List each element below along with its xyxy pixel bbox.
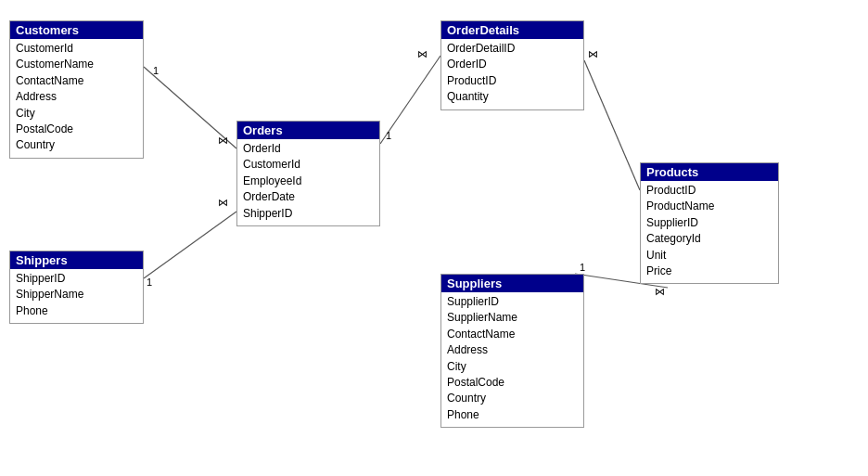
suppliers-table: Suppliers SupplierID SupplierName Contac… [440,274,584,428]
customers-table: Customers CustomerId CustomerName Contac… [9,20,144,159]
svg-text:⋈: ⋈ [417,48,428,59]
field-customerid: CustomerId [16,41,137,57]
field-shipperid: ShipperID [243,206,374,222]
field-orderid: OrderId [243,141,374,157]
orders-header: Orders [237,122,379,139]
svg-line-0 [144,67,236,148]
field-productid: ProductID [646,183,772,199]
field-shipperid: ShipperID [16,271,137,287]
field-country-s: Country [447,391,578,406]
field-address: Address [16,89,137,105]
orderdetails-table: OrderDetails OrderDetailID OrderID Produ… [440,20,584,110]
field-contactname: ContactName [16,73,137,89]
customers-header: Customers [10,21,143,39]
svg-text:⋈: ⋈ [218,135,228,146]
shippers-table: Shippers ShipperID ShipperName Phone [9,251,144,324]
customers-body: CustomerId CustomerName ContactName Addr… [10,39,143,158]
svg-text:⋈: ⋈ [218,197,228,208]
field-productname: ProductName [646,199,772,214]
svg-text:1: 1 [386,130,391,141]
field-address-s: Address [447,342,578,358]
svg-line-6 [380,56,440,144]
field-unit: Unit [646,248,772,264]
field-orderdetailid: OrderDetailID [447,41,578,57]
orderdetails-header: OrderDetails [441,21,583,39]
svg-text:1: 1 [147,277,152,288]
products-table: Products ProductID ProductName SupplierI… [640,162,779,284]
svg-text:1: 1 [580,262,585,273]
diagram-canvas: 1 ⋈ ⋈ 1 1 ⋈ ⋈ 1 ⋈ 1 Customers CustomerId… [0,0,868,476]
field-supplierid: SupplierID [447,294,578,310]
field-orderid-fk: OrderID [447,57,578,72]
svg-text:1: 1 [153,65,159,76]
field-postalcode: PostalCode [16,122,137,137]
orders-body: OrderId CustomerId EmployeeId OrderDate … [237,139,379,225]
field-employeeid: EmployeeId [243,174,374,189]
shippers-body: ShipperID ShipperName Phone [10,269,143,323]
orders-table: Orders OrderId CustomerId EmployeeId Ord… [236,121,380,226]
products-body: ProductID ProductName SupplierID Categor… [641,181,778,283]
field-customername: CustomerName [16,57,137,72]
svg-text:⋈: ⋈ [588,48,598,59]
field-orderdate: OrderDate [243,189,374,205]
orderdetails-body: OrderDetailID OrderID ProductID Quantity [441,39,583,109]
field-productid-fk: ProductID [447,73,578,89]
field-postalcode-s: PostalCode [447,375,578,391]
field-suppliername: SupplierName [447,310,578,326]
field-supplierid-fk: SupplierID [646,215,772,231]
field-quantity: Quantity [447,89,578,105]
field-phone: Phone [16,303,137,319]
svg-line-3 [144,212,236,278]
field-city: City [16,106,137,122]
field-price: Price [646,264,772,279]
suppliers-body: SupplierID SupplierName ContactName Addr… [441,292,583,427]
products-header: Products [641,163,778,181]
field-categoryid: CategoryId [646,231,772,247]
suppliers-header: Suppliers [441,275,583,292]
field-phone-s: Phone [447,407,578,423]
field-shippername: ShipperName [16,287,137,302]
svg-line-9 [584,60,640,190]
field-contactname-s: ContactName [447,327,578,342]
svg-text:⋈: ⋈ [655,286,665,297]
shippers-header: Shippers [10,251,143,269]
field-country: Country [16,137,137,153]
field-customerid-fk: CustomerId [243,157,374,173]
field-city-s: City [447,359,578,375]
